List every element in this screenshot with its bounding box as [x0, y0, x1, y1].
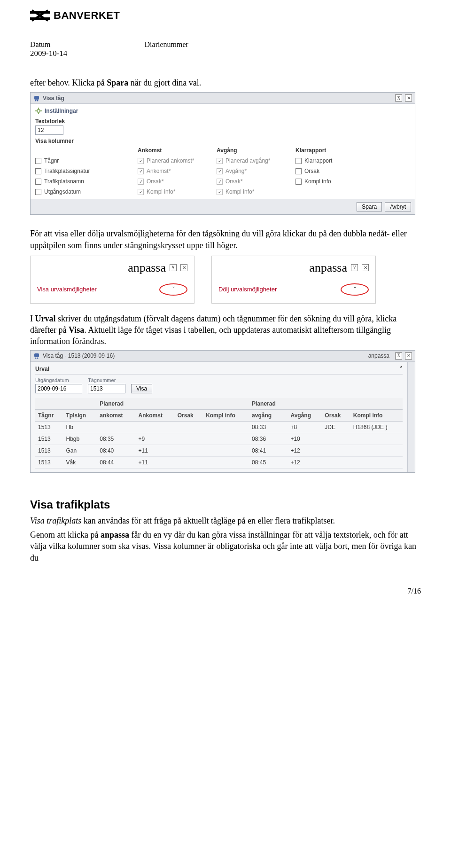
textsize-label: Textstorlek — [35, 118, 410, 125]
table-cell: Hb — [63, 421, 97, 433]
checkbox-avg-ng-: Avgång* — [217, 168, 282, 174]
table-row: 1513Våk08:44+1108:45+12 — [35, 456, 403, 468]
train-panel-title: Visa tåg - 1513 (2009-09-16) — [43, 352, 115, 359]
col-header[interactable]: Tågnr — [35, 409, 63, 421]
checkbox-box — [35, 179, 41, 185]
table-cell — [136, 421, 175, 433]
col-supheader — [288, 398, 322, 410]
table-cell: +12 — [288, 445, 322, 456]
table-cell: 08:35 — [97, 433, 135, 445]
chevron-up-icon[interactable]: ˄ — [400, 366, 403, 372]
minimize-icon[interactable]: ⊼ — [395, 352, 402, 360]
visa-button[interactable]: Visa — [131, 384, 152, 393]
col-header[interactable]: avgång — [249, 409, 288, 421]
col-header[interactable]: Orsak — [175, 409, 203, 421]
anpassa-box-left: anpassa ⊻ ✕ Visa urvalsmöjligheter ˅ — [30, 256, 194, 304]
table-cell: Hbgb — [63, 433, 97, 445]
train-icon — [33, 95, 40, 102]
col-header[interactable]: Kompl info — [203, 409, 249, 421]
close-icon[interactable]: ✕ — [180, 264, 187, 271]
col-header[interactable]: Orsak — [322, 409, 350, 421]
table-row: 1513Gan08:40+1108:41+12 — [35, 445, 403, 456]
table-cell: +11 — [136, 456, 175, 468]
expand-icon[interactable]: ⊻ — [351, 264, 358, 271]
table-cell — [322, 445, 350, 456]
checkbox-kompl-info[interactable]: Kompl info — [295, 178, 371, 185]
col-supheader: Planerad — [249, 398, 288, 410]
paragraph-1: efter behov. Klicka på Spara när du gjor… — [30, 77, 421, 88]
rail-cross-icon — [30, 9, 50, 22]
table-cell — [322, 433, 350, 445]
section-heading-visa-trafikplats: Visa trafikplats — [30, 498, 421, 511]
train-data-table: PlaneradPlaneradTågnrTplsignankomstAnkom… — [35, 398, 403, 469]
paragraph-2: För att visa eller dölja urvalsmöjlighet… — [30, 228, 421, 251]
checkbox-box — [217, 168, 223, 174]
table-cell: 08:41 — [249, 445, 288, 456]
chevron-down-circled: ˅ — [159, 283, 187, 296]
hide-urval-label: Dölj urvalsmöjligheter — [218, 286, 277, 293]
column-header: Avgång — [217, 147, 282, 154]
paragraph-4: Visa trafikplats kan användas för att fr… — [30, 515, 421, 526]
checkbox-label: Planerad avgång* — [226, 157, 270, 164]
anpassa-label: anpassa — [309, 261, 347, 275]
col-header[interactable]: Ankomst — [136, 409, 175, 421]
train-label: Tågnummer — [88, 377, 125, 383]
checkbox-orsak[interactable]: Orsak — [295, 168, 371, 174]
train-input[interactable] — [88, 384, 125, 393]
checkbox-label: Tågnr — [44, 157, 59, 164]
checkbox-label: Klarrapport — [304, 157, 332, 164]
settings-section: Inställningar Textstorlek Visa kolumner … — [31, 104, 415, 199]
table-cell: 08:33 — [249, 421, 288, 433]
col-header[interactable]: Avgång — [288, 409, 322, 421]
table-cell — [175, 445, 203, 456]
table-cell: 08:44 — [97, 456, 135, 468]
close-icon[interactable]: ✕ — [405, 94, 412, 102]
table-cell: 08:36 — [249, 433, 288, 445]
anpassa-example-pair: anpassa ⊻ ✕ Visa urvalsmöjligheter ˅ anp… — [30, 256, 421, 304]
checkbox-trafikplatssignatur[interactable]: Trafikplatssignatur — [35, 168, 124, 174]
paragraph-3: I Urval skriver du utgångsdatum (förvalt… — [30, 313, 421, 347]
table-cell — [175, 421, 203, 433]
checkbox-label: Kompl info — [304, 178, 331, 185]
col-supheader — [350, 398, 403, 410]
checkbox-label: Planerad ankomst* — [147, 157, 194, 164]
close-icon[interactable]: ✕ — [405, 352, 412, 360]
table-cell: 08:45 — [249, 456, 288, 468]
checkbox-box — [217, 179, 223, 185]
cancel-button[interactable]: Avbryt — [385, 202, 411, 211]
anpassa-link[interactable]: anpassa — [368, 352, 389, 359]
table-cell: 1513 — [35, 445, 63, 456]
table-cell: 08:40 — [97, 445, 135, 456]
urval-heading: Urval — [35, 366, 49, 372]
col-header[interactable]: ankomst — [97, 409, 135, 421]
checkbox-trafikplatsnamn[interactable]: Trafikplatsnamn — [35, 178, 124, 185]
anpassa-box-right: anpassa ⊻ ✕ Dölj urvalsmöjligheter ˄ — [211, 256, 376, 304]
table-row: 1513Hbgb08:35+908:36+10 — [35, 433, 403, 445]
date-input[interactable] — [35, 384, 82, 393]
table-cell — [175, 456, 203, 468]
save-button[interactable]: Spara — [357, 202, 382, 211]
minimize-icon[interactable]: ⊼ — [395, 94, 402, 102]
scrollbar[interactable] — [407, 362, 415, 472]
table-cell: 1513 — [35, 421, 63, 433]
meta-date-label: Datum — [30, 40, 51, 49]
panel-footer: Spara Avbryt — [31, 199, 415, 214]
checkbox-t-gnr[interactable]: Tågnr — [35, 157, 124, 164]
table-cell — [203, 445, 249, 456]
table-cell: 1513 — [35, 433, 63, 445]
table-cell — [203, 421, 249, 433]
checkbox-box — [217, 158, 223, 164]
brand-logo: BANVERKET — [30, 9, 421, 22]
textsize-input[interactable] — [35, 125, 63, 135]
close-icon[interactable]: ✕ — [362, 264, 369, 271]
col-header[interactable]: Kompl info — [350, 409, 403, 421]
col-header[interactable]: Tplsign — [63, 409, 97, 421]
checkbox-box — [138, 179, 144, 185]
gear-icon — [35, 108, 42, 114]
expand-icon[interactable]: ⊻ — [170, 264, 177, 271]
checkbox-utg-ngsdatum[interactable]: Utgångsdatum — [35, 188, 124, 195]
table-cell — [350, 433, 403, 445]
brand-text: BANVERKET — [54, 9, 120, 22]
svg-point-5 — [35, 100, 37, 101]
checkbox-klarrapport[interactable]: Klarrapport — [295, 157, 371, 164]
